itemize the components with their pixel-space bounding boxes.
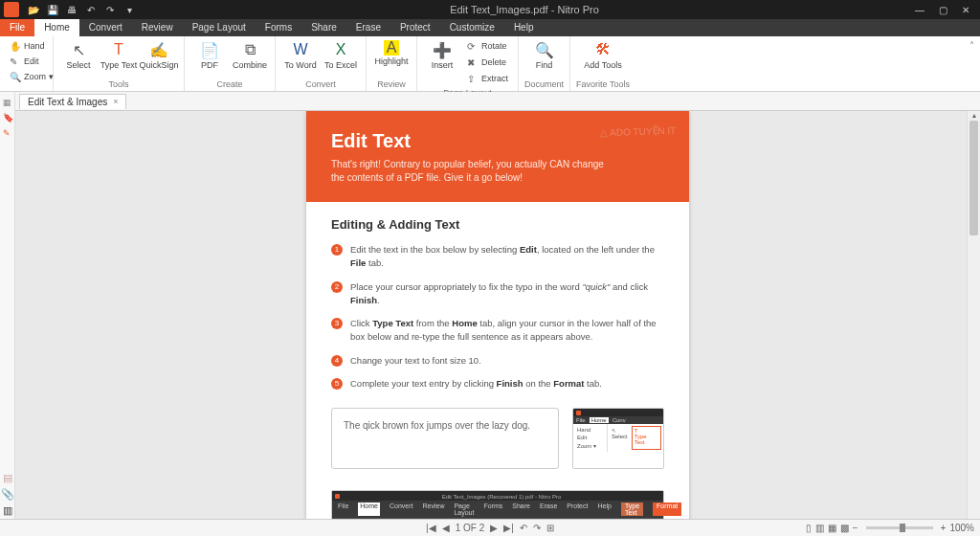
to-excel-button[interactable]: XTo Excel	[322, 38, 360, 73]
scroll-thumb[interactable]	[969, 121, 978, 235]
status-bar: |◀ ◀ 1 OF 2 ▶ ▶| ↶ ↷ ⊞ ▯ ▥ ▦ ▩ − + 100%	[0, 519, 980, 536]
pdf-page: △ ADO TUYỆN IT Edit Text That's right! C…	[306, 111, 689, 536]
to-word-button[interactable]: WTo Word	[281, 38, 320, 73]
bookmarks-panel-icon[interactable]: 🔖	[3, 113, 12, 123]
view-single-icon[interactable]: ▯	[806, 523, 812, 533]
menu-home[interactable]: Home	[34, 19, 79, 36]
last-page-button[interactable]: ▶|	[503, 523, 514, 533]
menu-file[interactable]: File	[0, 19, 34, 36]
menu-review[interactable]: Review	[132, 19, 183, 36]
rotate-button[interactable]: ⟳Rotate	[463, 38, 512, 54]
example-text-box: The qick brown fox jumps over the lazy d…	[331, 408, 559, 469]
document-tab[interactable]: Edit Text & Images ×	[19, 94, 126, 109]
view-facing-icon[interactable]: ▦	[828, 523, 836, 533]
delete-icon: ✖	[467, 57, 479, 68]
menu-help[interactable]: Help	[504, 19, 544, 36]
zoom-out-button[interactable]: −	[853, 523, 858, 533]
mini-screenshot-1: FileHomeConv Hand Edit Zoom ▾ ↖Select TT…	[572, 408, 664, 469]
menu-protect[interactable]: Protect	[390, 19, 440, 36]
group-tools-label: Tools	[108, 78, 128, 91]
insert-button[interactable]: ➕Insert	[423, 38, 461, 86]
attachments-panel-icon[interactable]: 📎	[1, 488, 14, 501]
pdf-button[interactable]: 📄PDF	[190, 38, 229, 73]
qat-more-icon[interactable]: ▾	[122, 3, 136, 16]
cursor-icon: ↖	[69, 40, 88, 59]
type-text-button[interactable]: TType Text	[100, 38, 138, 73]
first-page-button[interactable]: |◀	[426, 523, 436, 533]
quicksign-button[interactable]: ✍QuickSign	[140, 38, 178, 73]
step-5: 5Complete your text entry by clicking Fi…	[331, 377, 664, 391]
extract-button[interactable]: ⇪Extract	[463, 71, 512, 86]
undo-icon[interactable]: ↶	[84, 3, 98, 16]
type-icon: T	[109, 40, 128, 59]
group-review-label: Review	[377, 78, 406, 91]
window-title: Edit Text_Images.pdf - Nitro Pro	[136, 4, 913, 15]
close-button[interactable]: ✕	[959, 5, 972, 15]
sign-icon: ✍	[149, 40, 168, 59]
view-cont-facing-icon[interactable]: ▩	[840, 523, 849, 533]
menu-share[interactable]: Share	[301, 19, 346, 36]
page-navigator: |◀ ◀ 1 OF 2 ▶ ▶| ↶ ↷ ⊞	[426, 523, 554, 533]
group-favorite-label: Favorite Tools	[576, 78, 630, 91]
signatures-panel-icon[interactable]: ✎	[3, 128, 12, 138]
combine-button[interactable]: ⧉Combine	[231, 38, 269, 73]
pages-panel-icon[interactable]: ▦	[3, 98, 12, 107]
menu-customize[interactable]: Customize	[440, 19, 504, 36]
hand-tool[interactable]: ✋Hand	[6, 38, 49, 54]
group-document-label: Document	[524, 78, 564, 91]
group-convert-label: Convert	[305, 78, 336, 91]
nav-forward-button[interactable]: ↷	[533, 523, 541, 533]
word-icon: W	[291, 40, 310, 59]
nav-back-button[interactable]: ↶	[520, 523, 527, 533]
menu-bar: File Home Convert Review Page Layout For…	[0, 19, 980, 36]
group-create-label: Create	[216, 78, 242, 91]
zoom-tool[interactable]: 🔍Zoom ▾	[6, 69, 57, 84]
menu-convert[interactable]: Convert	[79, 19, 132, 36]
zoom-slider[interactable]	[866, 526, 933, 529]
tab-close-icon[interactable]: ×	[113, 97, 118, 106]
document-tabs: Edit Text & Images ×	[15, 92, 980, 111]
layers-panel-icon[interactable]: ▤	[3, 472, 12, 484]
quick-access-toolbar: 📂 💾 🖶 ↶ ↷ ▾	[27, 3, 136, 16]
menu-page-layout[interactable]: Page Layout	[183, 19, 256, 36]
next-page-button[interactable]: ▶	[490, 523, 498, 533]
select-button[interactable]: ↖Select	[59, 38, 98, 73]
side-panel: ▦ 🔖 ✎	[0, 92, 15, 536]
edit-tool[interactable]: ✎Edit	[6, 54, 43, 69]
view-continuous-icon[interactable]: ▥	[815, 523, 824, 533]
app-logo	[4, 2, 19, 17]
print-icon[interactable]: 🖶	[65, 3, 78, 16]
delete-button[interactable]: ✖Delete	[463, 55, 512, 70]
open-icon[interactable]: 📂	[27, 3, 40, 16]
highlight-button[interactable]: AHighlight	[372, 38, 411, 69]
fit-button[interactable]: ⊞	[546, 523, 554, 533]
prev-page-button[interactable]: ◀	[442, 523, 450, 533]
redo-icon[interactable]: ↷	[103, 3, 117, 16]
excel-icon: X	[331, 40, 350, 59]
combine-icon: ⧉	[240, 40, 259, 59]
edit-icon: ✎	[10, 56, 21, 67]
title-bar: 📂 💾 🖶 ↶ ↷ ▾ Edit Text_Images.pdf - Nitro…	[0, 0, 980, 19]
find-button[interactable]: 🔍Find	[525, 38, 564, 73]
highlight-icon: A	[384, 40, 399, 56]
zoom-in-button[interactable]: +	[941, 523, 947, 533]
zoom-level[interactable]: 100%	[949, 523, 974, 533]
find-icon: 🔍	[535, 40, 554, 59]
document-canvas[interactable]: △ ADO TUYỆN IT Edit Text That's right! C…	[15, 111, 980, 536]
output-panel-icon[interactable]: ▥	[3, 504, 12, 517]
zoom-icon: 🔍	[10, 72, 21, 82]
page-indicator: 1 OF 2	[456, 523, 485, 533]
step-4: 4Change your text to font size 10.	[331, 354, 664, 368]
collapse-ribbon-icon[interactable]: ˄	[964, 36, 980, 91]
step-3: 3Click Type Text from the Home tab, alig…	[331, 317, 664, 345]
window-controls: — ▢ ✕	[913, 5, 980, 15]
step-1: 1Edit the text in the box below by selec…	[331, 243, 664, 271]
add-tools-button[interactable]: 🛠Add Tools	[584, 38, 622, 73]
menu-erase[interactable]: Erase	[346, 19, 390, 36]
minimize-button[interactable]: —	[913, 5, 926, 15]
save-icon[interactable]: 💾	[46, 3, 59, 16]
maximize-button[interactable]: ▢	[936, 5, 949, 15]
pdf-icon: 📄	[200, 40, 219, 59]
vertical-scrollbar[interactable]: ▴ ▾	[967, 111, 980, 536]
menu-forms[interactable]: Forms	[256, 19, 301, 36]
